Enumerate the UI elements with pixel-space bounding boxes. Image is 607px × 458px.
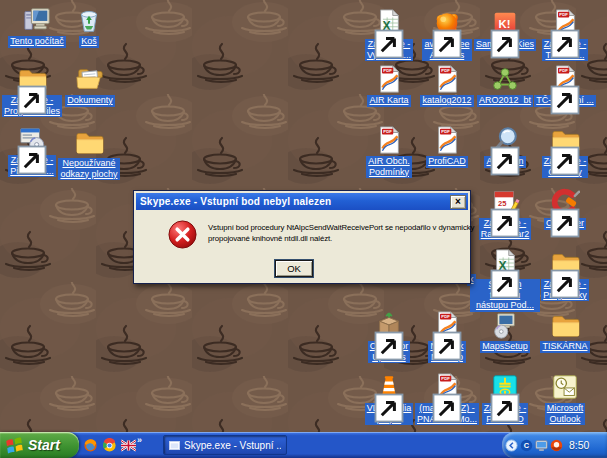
taskbar-button-skype-error[interactable]: Skype.exe - Vstupní ... <box>163 435 287 455</box>
desktop-icon-microsoft[interactable]: Microsoft Outlook <box>530 372 600 425</box>
desktop-icon-zastupce[interactable]: Zástupce - Obrázky <box>530 125 600 178</box>
firefox-icon[interactable] <box>83 438 98 453</box>
close-icon: × <box>455 196 461 207</box>
svg-text:C: C <box>524 441 530 450</box>
desktop-icon-label: ARO2012_bt <box>477 95 533 107</box>
outlook-icon <box>550 372 580 402</box>
shortcut-arrow-icon <box>374 393 383 402</box>
desktop-icon-kos[interactable]: Koš <box>54 5 124 48</box>
desktop-icon-tc-servisni[interactable]: PDFTČ-Servisní ... <box>530 64 600 107</box>
svg-text:PDF: PDF <box>383 129 392 134</box>
window-icon <box>169 441 180 450</box>
pdf-document-icon: PDF <box>432 372 462 402</box>
folder-icon <box>17 64 47 94</box>
svg-text:K!: K! <box>499 18 511 30</box>
folder-icon <box>550 248 580 278</box>
shortcut-arrow-icon <box>17 145 26 154</box>
task-button-label: Skype.exe - Vstupní ... <box>184 440 281 451</box>
calendar-icon: 25 <box>490 187 520 217</box>
shortcut-arrow-icon <box>550 85 559 94</box>
tray-c-icon[interactable]: C <box>520 439 533 452</box>
add-remove-programs-icon <box>17 124 47 154</box>
windows-flag-icon <box>5 437 24 454</box>
svg-text:PDF: PDF <box>559 12 568 17</box>
svg-text:PDF: PDF <box>441 376 450 381</box>
ok-button[interactable]: OK <box>275 260 313 277</box>
avast-icon <box>432 8 462 38</box>
shortcut-arrow-icon <box>490 269 499 278</box>
shortcut-arrow-icon <box>550 208 559 217</box>
desktop: Tento počítačKošZástupce - Program Files… <box>0 0 607 458</box>
desktop-icon-label: katalog2012 <box>420 95 473 107</box>
shortcut-arrow-icon <box>432 29 441 38</box>
shortcut-arrow-icon <box>374 331 383 340</box>
desktop-icon-label: AIR Obch. Podmínky <box>366 156 412 178</box>
svg-text:PDF: PDF <box>441 68 450 73</box>
quick-launch-bar <box>83 432 136 458</box>
desktop-icon-dokumenty[interactable]: Dokumenty <box>55 64 125 107</box>
desktop-icon-label: Microsoft Outlook <box>545 403 586 425</box>
start-button[interactable]: Start <box>0 432 79 458</box>
desktop-icon-label: MapsSetup <box>480 341 530 353</box>
pdf-document-icon: PDF <box>550 64 580 94</box>
computer-icon <box>22 5 52 35</box>
shortcut-arrow-icon <box>17 85 26 94</box>
tray-display-icon[interactable] <box>535 439 548 452</box>
desktop-icon-label: Koš <box>79 36 99 48</box>
svg-text:PDF: PDF <box>441 129 450 134</box>
shortcut-arrow-icon <box>550 269 559 278</box>
error-icon <box>167 219 198 250</box>
desktop-icon-zastupce[interactable]: Zástupce - Prográmky <box>530 248 600 301</box>
desktop-icon-zastupce[interactable]: PDFZástupce - TG-B77... <box>530 8 600 61</box>
molecule-icon <box>490 64 520 94</box>
desktop-icon-tiskarna[interactable]: TISKÁRNA <box>530 310 600 353</box>
svg-text:PDF: PDF <box>383 68 392 73</box>
excel-document-icon: X <box>490 248 520 278</box>
installer-icon <box>490 310 520 340</box>
shortcut-arrow-icon <box>490 393 499 402</box>
documents-folder-icon <box>75 64 105 94</box>
kies-icon: K! <box>490 8 520 38</box>
ccleaner-icon <box>550 187 580 217</box>
folder-icon <box>74 127 104 157</box>
magnifier-icon <box>490 125 520 155</box>
dialog-titlebar[interactable]: Skype.exe - Vstupní bod nebyl nalezen × <box>136 193 468 210</box>
recycle-bin-icon <box>74 5 104 35</box>
shortcut-arrow-icon <box>490 146 499 155</box>
dialog-message: Vstupní bod procedury NtAlpcSendWaitRece… <box>208 222 474 244</box>
shortcut-arrow-icon <box>490 208 499 217</box>
quick-launch-overflow-chevron[interactable]: » <box>137 435 142 445</box>
desktop-icon-label: Nepoužívané odkazy plochy <box>58 158 119 180</box>
pdf-document-icon: PDF <box>550 8 580 38</box>
shortcut-arrow-icon <box>550 146 559 155</box>
excel-document-icon: X <box>374 8 404 38</box>
hide-icons-chevron-icon[interactable] <box>505 439 518 452</box>
start-label: Start <box>28 437 66 453</box>
tray-clock[interactable]: 8:50 <box>569 439 589 451</box>
desktop-icon-label: TISKÁRNA <box>540 341 589 353</box>
dialog-body: Vstupní bod procedury NtAlpcSendWaitRece… <box>136 210 468 281</box>
chrome-icon[interactable] <box>102 438 117 453</box>
svg-text:25: 25 <box>498 199 506 208</box>
error-dialog: Skype.exe - Vstupní bod nebyl nalezen × <box>133 190 471 284</box>
system-tray: C 8:50 <box>502 432 607 458</box>
folder-icon <box>550 125 580 155</box>
svg-text:PDF: PDF <box>441 314 450 319</box>
desktop-icon-label: AIR Karta <box>367 95 410 107</box>
pdf-document-icon: PDF <box>432 125 462 155</box>
desktop-icon-nepouzivane[interactable]: Nepoužívané odkazy plochy <box>54 127 124 180</box>
shortcut-arrow-icon <box>490 29 499 38</box>
dialog-title: Skype.exe - Vstupní bod nebyl nalezen <box>140 196 450 207</box>
vlc-cone-icon <box>374 372 404 402</box>
shortcut-arrow-icon <box>550 29 559 38</box>
uk-flag-language-icon[interactable] <box>121 438 136 453</box>
shortcut-arrow-icon <box>374 29 383 38</box>
tray-orange-icon[interactable] <box>550 439 563 452</box>
folder-icon <box>550 310 580 340</box>
svg-text:PDF: PDF <box>559 68 568 73</box>
desktop-icon-label: ProfiCAD <box>426 156 468 168</box>
close-button[interactable]: × <box>450 195 466 209</box>
desktop-icon-ccleaner[interactable]: CCleaner <box>530 187 600 230</box>
shortcut-arrow-icon <box>432 331 441 340</box>
package-icon <box>374 310 404 340</box>
